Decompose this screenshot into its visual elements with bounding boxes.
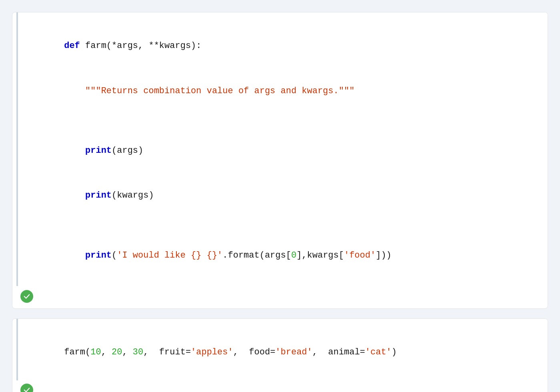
keyword-def: def: [64, 41, 85, 51]
paren-open: (: [112, 250, 117, 260]
code-line-2: """Returns combination value of args and…: [32, 68, 533, 113]
check-badge-1: [20, 290, 33, 303]
cell-1-footer: [12, 286, 548, 308]
comma-2: ,: [122, 347, 132, 357]
food-key: 'food': [344, 250, 376, 260]
fruit-val: 'apples': [191, 347, 233, 357]
check-badge-2: [20, 384, 33, 392]
food-val: 'bread': [275, 347, 312, 357]
code-cell-2: farm(10, 20, 30, fruit='apples', food='b…: [12, 318, 548, 392]
code-line-7: print('I would like {} {}'.format(args[0…: [32, 233, 533, 278]
call-open: (: [85, 347, 90, 357]
print-kwargs: (kwargs): [112, 190, 154, 200]
comma-3: , fruit=: [143, 347, 191, 357]
code-line-1: def farm(*args, **kwargs):: [32, 24, 533, 68]
indent-3: [64, 250, 85, 260]
arg-30: 30: [133, 347, 143, 357]
kw-print-1: print: [85, 146, 112, 156]
format-middle: ],kwargs[: [296, 250, 344, 260]
farm-call-line: farm(10, 20, 30, fruit='apples', food='b…: [32, 330, 533, 375]
comma-4: , food=: [233, 347, 276, 357]
call-close: ): [392, 347, 397, 357]
format-close: ])): [376, 250, 392, 260]
code-line-blank-1: [32, 113, 533, 128]
fn-name: farm: [85, 41, 106, 51]
animal-val: 'cat': [365, 347, 392, 357]
indent-1: [64, 146, 85, 156]
index-zero: 0: [291, 250, 296, 260]
code-line-blank-2: [32, 218, 533, 233]
arg-20: 20: [112, 347, 122, 357]
kw-print-3: print: [85, 250, 112, 260]
code-cell-1: def farm(*args, **kwargs): """Returns co…: [12, 12, 548, 309]
params: (*args, **kwargs):: [106, 41, 202, 51]
cell-2-footer: [12, 380, 548, 392]
dot-format: .format: [222, 250, 259, 260]
checkmark-icon-2: [23, 386, 30, 392]
comma-5: , animal=: [312, 347, 365, 357]
checkmark-icon-1: [23, 293, 30, 300]
farm-fn: farm: [64, 347, 85, 357]
code-area-2: farm(10, 20, 30, fruit='apples', food='b…: [16, 319, 548, 380]
indent-2: [64, 190, 85, 200]
code-line-4: print(args): [32, 128, 533, 173]
comma-1: ,: [101, 347, 112, 357]
format-args-open: (args[: [260, 250, 291, 260]
kw-print-2: print: [85, 190, 112, 200]
code-line-5: print(kwargs): [32, 173, 533, 218]
arg-10: 10: [90, 347, 101, 357]
code-area-1: def farm(*args, **kwargs): """Returns co…: [16, 12, 548, 286]
docstring-text: """Returns combination value of args and…: [64, 86, 354, 96]
format-str: 'I would like {} {}': [117, 250, 222, 260]
print-args: (args): [112, 146, 143, 156]
